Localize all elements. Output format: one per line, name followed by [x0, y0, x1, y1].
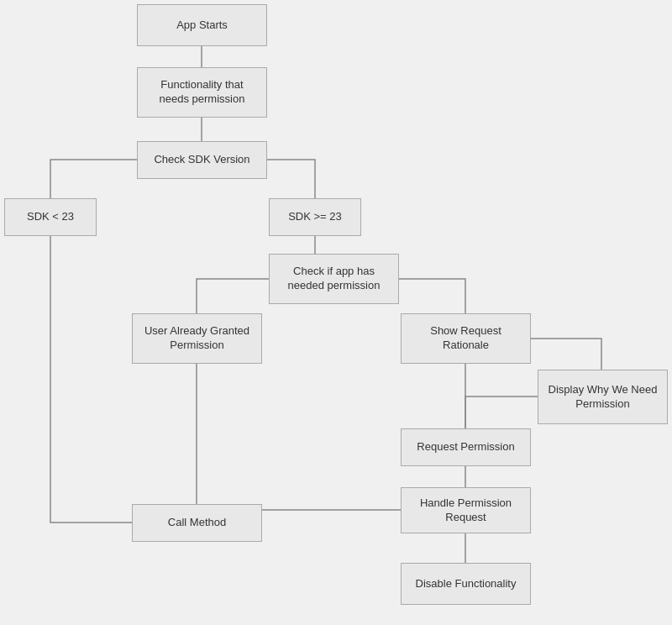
check-sdk-box: Check SDK Version [137, 141, 267, 179]
display-why-box: Display Why We Need Permission [538, 370, 668, 424]
request-permission-box: Request Permission [401, 428, 531, 466]
show-rationale-box: Show Request Rationale [401, 313, 531, 364]
sdk-lt23-box: SDK < 23 [4, 198, 97, 236]
disable-functionality-box: Disable Functionality [401, 563, 531, 605]
call-method-box: Call Method [132, 504, 262, 542]
diagram-container: App Starts Functionality that needs perm… [0, 0, 672, 625]
functionality-box: Functionality that needs permission [137, 67, 267, 118]
app-starts-box: App Starts [137, 4, 267, 46]
handle-permission-box: Handle Permission Request [401, 487, 531, 533]
connector-lines [0, 0, 672, 625]
check-permission-box: Check if app has needed permission [269, 254, 399, 304]
user-granted-box: User Already Granted Permission [132, 313, 262, 364]
sdk-gte23-box: SDK >= 23 [269, 198, 361, 236]
